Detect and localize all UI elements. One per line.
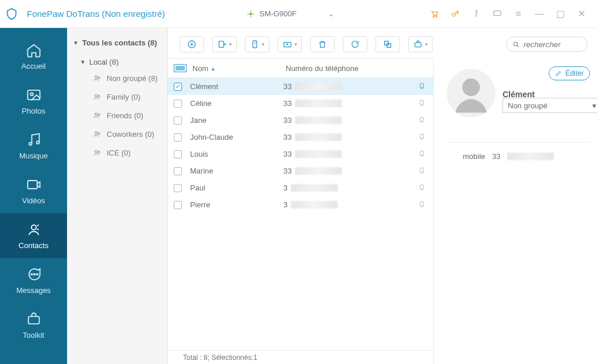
table-rows: Clément33Céline33Jane33John-Claude33Loui… [168,78,433,350]
add-contact-button[interactable] [180,36,204,52]
contact-phone: 33 [283,116,412,125]
svg-point-22 [98,96,100,97]
contact-detail: Éditer Clément Non groupé ▾ mobile 33 [434,58,597,364]
nav-toolkit[interactable]: Toolkit [0,303,67,348]
close-button[interactable]: ✕ [576,9,587,19]
nav-musique[interactable]: Musique [0,123,67,168]
svg-point-5 [433,16,434,17]
table-row[interactable]: Pierre3 [168,196,433,213]
contact-phone: 33 [283,133,412,142]
tree-all-contacts[interactable]: ▼ Tous les contacts (8) [67,35,167,51]
redacted [295,116,342,124]
nav-accueil[interactable]: Accueil [0,34,67,79]
contact-name: Clément [190,82,278,91]
svg-point-11 [29,143,31,146]
table-row[interactable]: Céline33 [168,95,433,112]
svg-point-54 [462,79,480,96]
cart-icon[interactable] [429,9,440,19]
refresh-button[interactable] [343,36,367,52]
redacted [295,100,342,107]
transfer-button[interactable]: ▾ [278,36,302,52]
table-row[interactable]: John-Claude33 [168,129,433,146]
key-icon[interactable] [450,9,461,19]
tree-local[interactable]: ▼ Local (8) [80,55,167,69]
search-box[interactable] [506,37,588,52]
svg-point-20 [98,77,100,79]
redacted [507,153,554,160]
nav-contacts[interactable]: Contacts [0,213,67,258]
row-checkbox[interactable] [174,116,182,125]
app-title: FonePaw DoTrans (Non enregistré) [27,9,165,19]
row-checkbox[interactable] [174,150,182,158]
table-row[interactable]: Jane33 [168,112,433,129]
row-checkbox[interactable] [174,83,182,91]
import-button[interactable]: ▾ [245,36,269,52]
caret-down-icon: ▾ [592,101,596,110]
triangle-down-icon: ▼ [73,40,79,46]
backup-button[interactable]: ▾ [408,36,433,52]
tree-group-family[interactable]: Family (0) [93,87,167,106]
tree-label: Friends (0) [107,111,143,120]
col-name[interactable]: Nom ▴ [192,64,280,73]
main-area: Accueil Photos Musique Vidéos Contacts M… [0,28,597,364]
svg-rect-31 [252,41,257,48]
nav-label: Musique [19,151,48,160]
delete-button[interactable] [310,36,335,52]
facebook-icon[interactable]: f [471,9,482,19]
phone-icon [419,132,425,143]
content: ▾ ▾ ▾ ▾ [168,28,597,364]
table-row[interactable]: Marine33 [168,162,433,179]
tree-group-friends[interactable]: Friends (0) [93,106,167,125]
contact-name: Paul [190,183,278,192]
sort-asc-icon: ▴ [212,65,215,72]
group-select[interactable]: Non groupé ▾ [503,98,597,113]
tree-group-coworkers[interactable]: Coworkers (0) [93,125,167,143]
svg-point-25 [95,132,97,134]
dedupe-button[interactable] [375,36,400,52]
search-input[interactable] [524,40,576,49]
edit-button[interactable]: Éditer [549,66,590,80]
nav-label: Toolkit [23,331,44,340]
contact-phone: 33 [283,167,412,175]
tree-group-ice[interactable]: ICE (0) [93,143,167,162]
nav-label: Messages [16,286,51,295]
svg-point-16 [34,274,35,275]
svg-point-50 [422,188,422,189]
caret-down-icon: ▾ [229,41,232,47]
tree-label: Tous les contacts (8) [82,38,157,47]
table-row[interactable]: Louis33 [168,146,433,162]
row-checkbox[interactable] [174,100,182,108]
row-checkbox[interactable] [174,167,182,175]
select-all-checkbox[interactable] [174,64,187,72]
device-selector[interactable]: SM-G900F ⌄ [247,9,334,18]
contacts-table: Nom ▴ Numéro du téléphone Clément33Célin… [168,58,434,364]
contact-name: Jane [190,116,278,125]
nav-videos[interactable]: Vidéos [0,168,67,213]
col-phone[interactable]: Numéro du téléphone [286,64,359,73]
svg-rect-30 [219,41,223,48]
nav-photos[interactable]: Photos [0,79,67,123]
nav-messages[interactable]: Messages [0,258,67,303]
feedback-icon[interactable] [492,9,503,19]
export-button[interactable]: ▾ [212,36,237,52]
row-checkbox[interactable] [174,133,182,142]
app-logo [0,0,23,28]
row-checkbox[interactable] [174,184,182,192]
svg-rect-13 [27,181,37,189]
maximize-button[interactable]: ▢ [555,9,566,19]
row-checkbox[interactable] [174,201,182,209]
svg-point-28 [98,151,100,153]
svg-point-46 [422,154,422,155]
svg-point-15 [31,274,32,275]
table-row[interactable]: Paul3 [168,179,433,196]
menu-icon[interactable]: ≡ [513,9,524,19]
toolbar: ▾ ▾ ▾ ▾ [168,28,597,58]
tree-group-nongroupe[interactable]: Non groupé (8) [93,69,167,87]
tree-label: ICE (0) [107,149,131,157]
minimize-button[interactable]: — [534,9,545,19]
contact-name: John-Claude [190,133,278,142]
svg-point-21 [95,94,97,97]
contact-name: Céline [190,99,278,108]
pencil-icon [555,70,562,77]
table-row[interactable]: Clément33 [168,78,433,95]
